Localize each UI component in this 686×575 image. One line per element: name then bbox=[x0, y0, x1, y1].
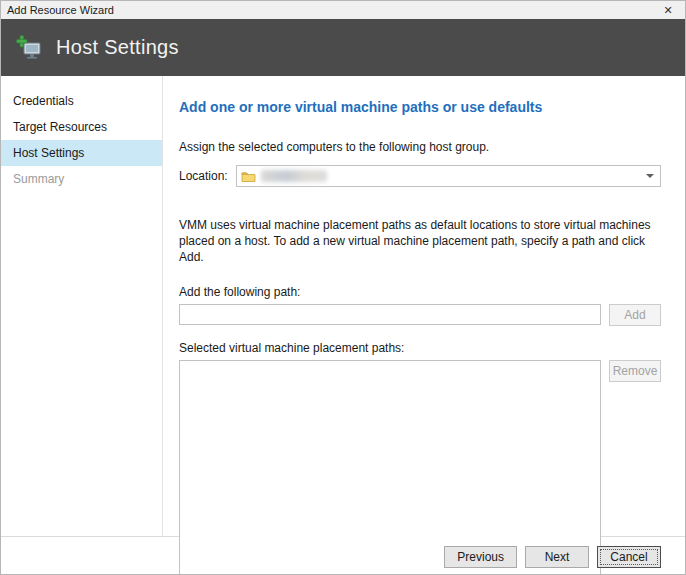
page-title: Host Settings bbox=[56, 36, 179, 59]
host-settings-panel: Add one or more virtual machine paths or… bbox=[163, 76, 685, 536]
path-input[interactable] bbox=[179, 304, 601, 325]
next-button[interactable]: Next bbox=[525, 546, 589, 568]
location-value-redacted bbox=[261, 170, 327, 182]
sidebar-item-summary: Summary bbox=[1, 166, 162, 192]
dropdown-arrow-icon bbox=[646, 174, 654, 178]
host-group-folder-icon bbox=[241, 170, 256, 183]
location-dropdown[interactable] bbox=[236, 165, 661, 187]
placement-paths-description: VMM uses virtual machine placement paths… bbox=[179, 217, 657, 266]
close-icon[interactable]: ✕ bbox=[651, 1, 685, 19]
remove-button[interactable]: Remove bbox=[609, 360, 661, 382]
wizard-body: Credentials Target Resources Host Settin… bbox=[1, 76, 685, 536]
location-row: Location: bbox=[179, 165, 661, 187]
sidebar-item-credentials[interactable]: Credentials bbox=[1, 88, 162, 114]
placement-paths-listbox[interactable] bbox=[179, 360, 601, 575]
cancel-button[interactable]: Cancel bbox=[597, 546, 661, 568]
sidebar-item-target-resources[interactable]: Target Resources bbox=[1, 114, 162, 140]
selected-paths-row: Remove bbox=[179, 360, 661, 575]
add-resource-wizard-window: Add Resource Wizard ✕ Host Settings Cred… bbox=[0, 0, 686, 575]
add-path-row: Add bbox=[179, 304, 661, 326]
location-label: Location: bbox=[179, 168, 228, 184]
panel-heading: Add one or more virtual machine paths or… bbox=[179, 98, 661, 117]
titlebar: Add Resource Wizard ✕ bbox=[1, 1, 685, 19]
wizard-steps-sidebar: Credentials Target Resources Host Settin… bbox=[1, 76, 163, 536]
window-title: Add Resource Wizard bbox=[7, 4, 114, 16]
previous-button[interactable]: Previous bbox=[444, 546, 517, 568]
add-path-label: Add the following path: bbox=[179, 284, 661, 300]
host-settings-icon bbox=[16, 34, 43, 61]
page-header: Host Settings bbox=[1, 19, 685, 76]
sidebar-item-host-settings[interactable]: Host Settings bbox=[1, 140, 162, 166]
selected-paths-label: Selected virtual machine placement paths… bbox=[179, 340, 661, 356]
add-button[interactable]: Add bbox=[609, 304, 661, 326]
assign-instruction-text: Assign the selected computers to the fol… bbox=[179, 139, 661, 155]
